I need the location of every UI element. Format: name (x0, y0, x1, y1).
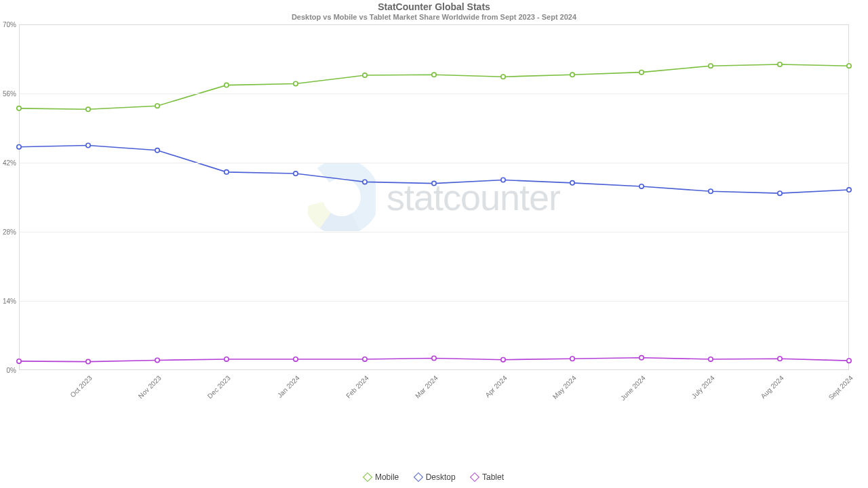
gridline (19, 301, 849, 302)
series-tablet (17, 356, 851, 364)
y-tick-label: 28% (0, 228, 16, 236)
data-point[interactable] (155, 104, 159, 108)
diamond-icon (470, 472, 479, 482)
legend-label: Tablet (482, 472, 504, 482)
chart-title: StatCounter Global Stats (0, 1, 868, 12)
data-point[interactable] (709, 189, 713, 193)
x-tick-label: Feb 2024 (344, 374, 370, 400)
data-point[interactable] (709, 357, 713, 361)
data-point[interactable] (294, 81, 298, 85)
y-tick-label: 70% (0, 21, 16, 28)
gridline (19, 94, 849, 94)
data-point[interactable] (294, 357, 298, 361)
data-point[interactable] (501, 358, 505, 362)
legend: Mobile Desktop Tablet (0, 472, 868, 483)
y-tick-label: 14% (0, 298, 16, 305)
x-tick-label: Mar 2024 (414, 374, 439, 400)
x-tick-label: Jan 2024 (276, 374, 301, 399)
series-mobile (17, 62, 851, 112)
data-point[interactable] (86, 143, 90, 147)
data-point[interactable] (570, 357, 574, 361)
legend-item-desktop[interactable]: Desktop (415, 472, 456, 482)
legend-label: Mobile (375, 472, 399, 482)
data-point[interactable] (224, 83, 229, 87)
data-point[interactable] (363, 73, 367, 77)
data-point[interactable] (778, 62, 782, 66)
data-point[interactable] (847, 64, 851, 68)
data-point[interactable] (709, 64, 713, 68)
x-tick-label: Apr 2024 (484, 374, 508, 399)
x-tick-label: June 2024 (619, 374, 647, 402)
data-point[interactable] (432, 181, 436, 185)
data-point[interactable] (639, 356, 644, 360)
legend-item-tablet[interactable]: Tablet (471, 472, 504, 482)
x-tick-label: Sept 2024 (827, 374, 854, 401)
data-point[interactable] (363, 180, 367, 184)
series-desktop (17, 143, 851, 195)
gridline (19, 163, 849, 163)
x-tick-label: Nov 2023 (137, 374, 163, 400)
x-tick-label: Aug 2024 (760, 374, 785, 400)
legend-item-mobile[interactable]: Mobile (364, 472, 399, 482)
gridline (19, 232, 849, 232)
x-tick-label: Dec 2023 (206, 374, 232, 400)
data-point[interactable] (639, 70, 644, 74)
chart-svg (19, 24, 849, 370)
data-point[interactable] (224, 170, 229, 174)
data-point[interactable] (17, 359, 21, 363)
data-point[interactable] (363, 357, 367, 361)
data-point[interactable] (17, 106, 21, 110)
y-tick-label: 56% (0, 90, 16, 98)
data-point[interactable] (432, 73, 436, 77)
y-tick-label: 0% (0, 367, 16, 374)
data-point[interactable] (847, 359, 851, 363)
data-point[interactable] (224, 357, 229, 361)
data-point[interactable] (639, 184, 644, 188)
data-point[interactable] (17, 144, 21, 148)
data-point[interactable] (155, 148, 159, 152)
x-tick-label: May 2024 (551, 374, 578, 401)
chart-subtitle: Desktop vs Mobile vs Tablet Market Share… (0, 13, 868, 21)
diamond-icon (363, 472, 372, 482)
data-point[interactable] (570, 73, 574, 77)
x-tick-label: July 2024 (690, 374, 716, 400)
data-point[interactable] (86, 107, 90, 111)
data-point[interactable] (501, 178, 505, 182)
diamond-icon (414, 472, 423, 482)
legend-label: Desktop (426, 472, 456, 482)
data-point[interactable] (847, 188, 851, 192)
data-point[interactable] (86, 359, 90, 363)
data-point[interactable] (294, 171, 298, 176)
y-tick-label: 42% (0, 159, 16, 167)
data-point[interactable] (432, 356, 436, 360)
data-point[interactable] (778, 191, 782, 195)
plot-area: statcounter (19, 24, 849, 370)
data-point[interactable] (501, 75, 505, 79)
x-tick-label: Oct 2023 (68, 374, 93, 399)
data-point[interactable] (155, 358, 159, 362)
data-point[interactable] (570, 181, 574, 185)
data-point[interactable] (778, 357, 782, 361)
